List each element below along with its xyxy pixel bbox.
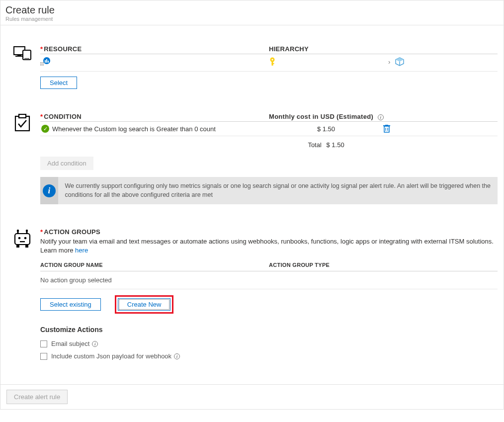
- resource-label: RESOURCE: [44, 45, 82, 53]
- resource-section: *RESOURCE HIERARCHY: [4, 45, 500, 89]
- svg-rect-6: [42, 62, 44, 64]
- svg-rect-10: [45, 60, 46, 63]
- info-icon[interactable]: i: [378, 114, 384, 120]
- breadcrumb: Rules management: [5, 16, 499, 22]
- panel-footer: Create alert rule: [0, 384, 504, 409]
- select-resource-button[interactable]: Select: [40, 77, 77, 89]
- condition-section: *CONDITION Monthly cost in USD (Estimate…: [4, 113, 500, 204]
- action-groups-label: ACTION GROUPS: [44, 228, 100, 236]
- svg-rect-31: [15, 234, 30, 245]
- svg-point-32: [18, 237, 21, 240]
- delete-condition-icon[interactable]: [383, 125, 494, 133]
- json-payload-label: Include custom Json payload for webhook: [51, 352, 171, 360]
- action-groups-section: *ACTION GROUPS Notify your team via emai…: [4, 228, 500, 362]
- chevron-right-icon: ›: [388, 58, 390, 66]
- svg-rect-36: [25, 245, 28, 248]
- panel-body: *RESOURCE HIERARCHY: [0, 25, 504, 384]
- email-subject-checkbox[interactable]: [40, 340, 47, 347]
- page-title: Create rule: [5, 4, 499, 16]
- highlight-box: Create New: [115, 295, 174, 314]
- condition-section-icon: [4, 113, 40, 204]
- info-icon[interactable]: i: [174, 353, 180, 359]
- info-banner-text: We currently support configuring only tw…: [58, 177, 498, 204]
- condition-row[interactable]: ✓ Whenever the Custom log search is Grea…: [40, 122, 498, 136]
- info-icon[interactable]: i: [92, 341, 98, 347]
- email-subject-label: Email subject: [51, 340, 89, 347]
- key-icon: [269, 57, 383, 66]
- hierarchy-label: HIERARCHY: [269, 45, 498, 53]
- panel-header: Create rule Rules management: [0, 0, 504, 25]
- col-action-group-name: ACTION GROUP NAME: [40, 262, 269, 268]
- total-value: $ 1.50: [326, 141, 344, 149]
- create-alert-rule-button[interactable]: Create alert rule: [6, 390, 68, 404]
- svg-rect-12: [48, 61, 49, 63]
- svg-rect-16: [272, 63, 274, 64]
- json-payload-checkbox[interactable]: [40, 353, 47, 360]
- svg-rect-22: [384, 126, 389, 132]
- svg-marker-18: [396, 58, 404, 62]
- action-section-icon: [4, 228, 40, 362]
- svg-rect-5: [40, 62, 42, 64]
- info-banner: i We currently support configuring only …: [40, 177, 498, 204]
- action-group-empty-row: No action group selected: [40, 271, 498, 289]
- svg-rect-35: [16, 245, 19, 248]
- svg-rect-21: [19, 114, 26, 118]
- svg-rect-24: [385, 125, 388, 126]
- total-label: Total: [308, 141, 321, 149]
- info-circle-icon: i: [43, 184, 56, 197]
- add-condition-button[interactable]: Add condition: [40, 157, 93, 170]
- svg-rect-2: [15, 56, 23, 57]
- svg-point-33: [24, 237, 27, 240]
- resource-section-icon: [4, 45, 40, 89]
- svg-rect-11: [46, 59, 47, 63]
- create-new-button[interactable]: Create New: [118, 298, 171, 311]
- svg-rect-34: [20, 241, 25, 242]
- monthly-cost-label: Monthly cost in USD (Estimated): [269, 113, 373, 120]
- svg-rect-8: [42, 64, 44, 66]
- svg-rect-4: [24, 58, 29, 59]
- action-groups-desc: Notify your team via email and text mess…: [40, 238, 494, 254]
- select-existing-button[interactable]: Select existing: [40, 298, 101, 311]
- learn-more-link[interactable]: here: [75, 247, 88, 254]
- check-circle-icon: ✓: [41, 125, 49, 133]
- customize-actions-title: Customize Actions: [40, 326, 498, 334]
- condition-cost: $ 1.50: [269, 125, 383, 133]
- condition-text: Whenever the Custom log search is Greate…: [52, 125, 216, 133]
- condition-label: CONDITION: [44, 113, 82, 120]
- svg-rect-1: [17, 55, 21, 56]
- svg-rect-7: [40, 64, 42, 66]
- cube-icon: [395, 57, 404, 66]
- svg-rect-20: [15, 116, 29, 131]
- col-action-group-type: ACTION GROUP TYPE: [269, 262, 498, 268]
- svg-point-14: [271, 59, 273, 60]
- app-insights-icon: [40, 57, 269, 66]
